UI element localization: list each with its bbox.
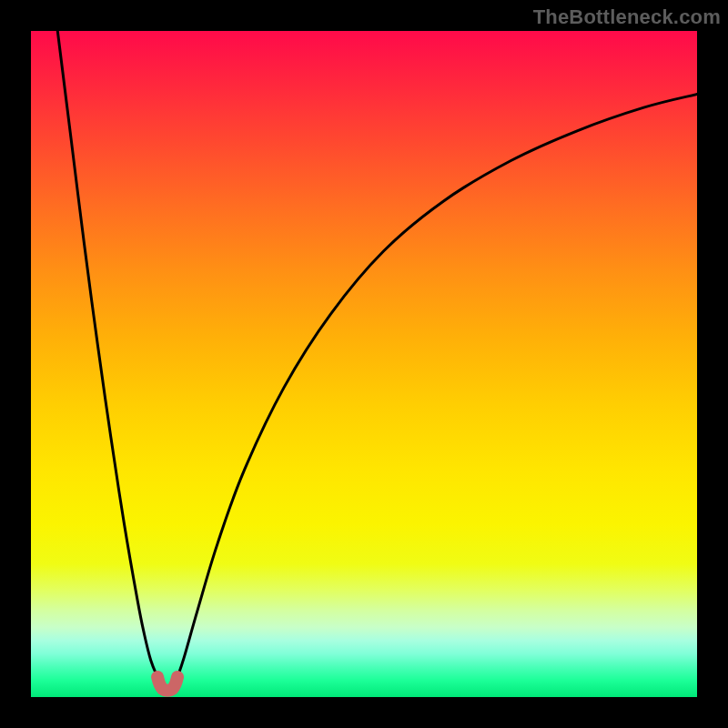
curve-layer (31, 31, 697, 697)
bottleneck-curve-right (177, 95, 697, 678)
outer-frame: TheBottleneck.com (0, 0, 728, 728)
plot-area (31, 31, 697, 697)
watermark-text: TheBottleneck.com (533, 5, 721, 29)
bottleneck-marker-arc (157, 677, 177, 691)
bottleneck-curve-left (57, 31, 157, 677)
